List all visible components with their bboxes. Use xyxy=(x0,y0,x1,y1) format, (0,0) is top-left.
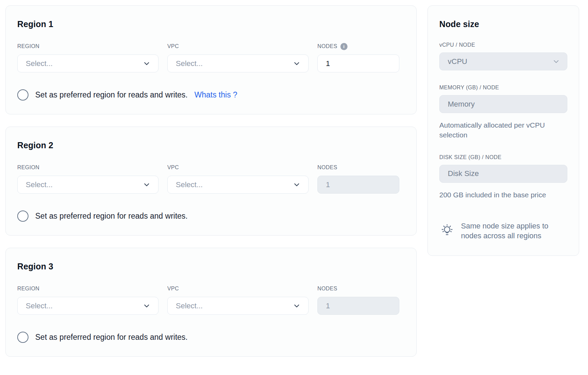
region-card-1: Region 1 REGION Select... VPC Select... xyxy=(5,5,417,114)
cluster-config-page: Region 1 REGION Select... VPC Select... xyxy=(0,0,588,375)
radio-icon[interactable] xyxy=(17,332,28,343)
vcpu-select[interactable]: vCPU xyxy=(439,52,567,70)
info-icon[interactable]: i xyxy=(340,43,348,50)
preferred-region-label: Set as preferred region for reads and wr… xyxy=(35,90,188,100)
vpc-field-label: VPC xyxy=(167,285,309,292)
chevron-down-icon xyxy=(143,181,151,189)
region-card-title: Region 1 xyxy=(17,19,404,29)
nodes-field: NODES i xyxy=(317,164,399,194)
memory-input[interactable] xyxy=(439,95,567,113)
region-field: REGION Select... xyxy=(17,285,159,315)
region-select-placeholder: Select... xyxy=(26,180,52,189)
preferred-region-label: Set as preferred region for reads and wr… xyxy=(35,212,188,221)
vpc-field: VPC Select... xyxy=(167,43,309,72)
disk-size-input[interactable] xyxy=(439,165,567,183)
chevron-down-icon xyxy=(293,302,301,310)
region-card-2: Region 2 REGION Select... VPC Select... xyxy=(5,127,417,236)
radio-icon[interactable] xyxy=(17,89,28,101)
vpc-field: VPC Select... xyxy=(167,164,309,194)
region-select-placeholder: Select... xyxy=(26,302,52,310)
disk-label: DISK SIZE (GB) / NODE xyxy=(439,154,567,160)
preferred-region-radio[interactable]: Set as preferred region for reads and wr… xyxy=(17,211,404,222)
lightbulb-icon xyxy=(439,222,455,239)
radio-icon[interactable] xyxy=(17,211,28,222)
nodes-label-text: NODES xyxy=(317,286,337,292)
vpc-select-placeholder: Select... xyxy=(176,302,203,310)
region-select-placeholder: Select... xyxy=(26,59,52,68)
nodes-field: NODES i xyxy=(317,285,399,315)
region-fields-row: REGION Select... VPC Select... xyxy=(17,285,404,315)
region-field-label: REGION xyxy=(17,43,159,50)
node-size-title: Node size xyxy=(439,19,567,29)
chevron-down-icon xyxy=(143,60,151,68)
vpc-select-placeholder: Select... xyxy=(176,59,203,68)
memory-label: MEMORY (GB) / NODE xyxy=(439,85,567,91)
disk-group: DISK SIZE (GB) / NODE 200 GB included in… xyxy=(439,154,567,200)
nodes-field-label: NODES i xyxy=(317,164,399,171)
node-size-note-text: Same node size applies to nodes across a… xyxy=(461,221,563,241)
region-card-title: Region 3 xyxy=(17,262,404,271)
chevron-down-icon xyxy=(143,302,151,310)
nodes-label-text: NODES xyxy=(317,164,337,171)
disk-helper-text: 200 GB included in the base price xyxy=(439,190,567,200)
whats-this-link[interactable]: Whats this ? xyxy=(194,90,237,100)
region-fields-row: REGION Select... VPC Select... xyxy=(17,164,404,194)
region-card-title: Region 2 xyxy=(17,140,404,150)
region-select[interactable]: Select... xyxy=(17,54,159,72)
vpc-field-label: VPC xyxy=(167,43,309,50)
nodes-field-label: NODES i xyxy=(317,285,399,292)
vcpu-label: vCPU / NODE xyxy=(439,42,567,48)
vcpu-select-value: vCPU xyxy=(448,57,467,66)
vpc-select[interactable]: Select... xyxy=(167,176,309,194)
nodes-label-text: NODES xyxy=(317,43,337,49)
vpc-select[interactable]: Select... xyxy=(167,54,309,72)
region-field-label: REGION xyxy=(17,285,159,292)
region-field: REGION Select... xyxy=(17,43,159,72)
vcpu-group: vCPU / NODE vCPU xyxy=(439,42,567,70)
memory-group: MEMORY (GB) / NODE Automatically allocat… xyxy=(439,85,567,140)
regions-column: Region 1 REGION Select... VPC Select... xyxy=(5,5,417,357)
region-fields-row: REGION Select... VPC Select... xyxy=(17,43,404,72)
region-field: REGION Select... xyxy=(17,164,159,194)
vpc-field-label: VPC xyxy=(167,164,309,171)
preferred-region-radio[interactable]: Set as preferred region for reads and wr… xyxy=(17,332,404,343)
vpc-field: VPC Select... xyxy=(167,285,309,315)
vpc-select-placeholder: Select... xyxy=(176,180,203,189)
chevron-down-icon xyxy=(293,181,301,189)
nodes-field-label: NODES i xyxy=(317,43,399,50)
region-field-label: REGION xyxy=(17,164,159,171)
vpc-select[interactable]: Select... xyxy=(167,297,309,315)
node-size-card: Node size vCPU / NODE vCPU MEMORY (GB) /… xyxy=(427,5,579,256)
node-size-note: Same node size applies to nodes across a… xyxy=(439,221,567,241)
nodes-input[interactable] xyxy=(317,297,399,315)
chevron-down-icon xyxy=(552,58,560,66)
preferred-region-radio[interactable]: Set as preferred region for reads and wr… xyxy=(17,89,404,101)
region-select[interactable]: Select... xyxy=(17,297,159,315)
nodes-field: NODES i xyxy=(317,43,399,72)
nodes-input[interactable] xyxy=(317,176,399,194)
preferred-region-label: Set as preferred region for reads and wr… xyxy=(35,333,188,342)
nodes-input[interactable] xyxy=(317,54,399,72)
region-card-3: Region 3 REGION Select... VPC Select... xyxy=(5,248,417,357)
region-select[interactable]: Select... xyxy=(17,176,159,194)
memory-helper-text: Automatically allocated per vCPU selecti… xyxy=(439,120,567,140)
chevron-down-icon xyxy=(293,60,301,68)
node-size-column: Node size vCPU / NODE vCPU MEMORY (GB) /… xyxy=(427,5,579,256)
